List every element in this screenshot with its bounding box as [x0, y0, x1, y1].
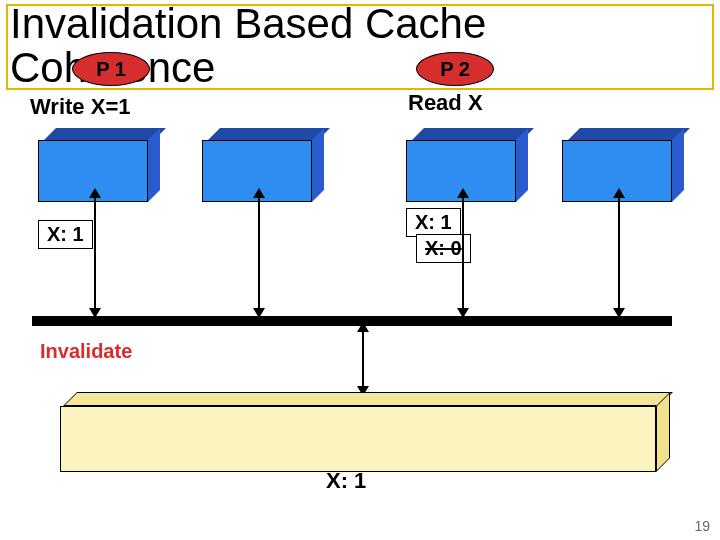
p1-cache-value: X: 1 [38, 220, 93, 249]
page-number: 19 [694, 518, 710, 534]
processor-p2-label: P 2 [440, 58, 470, 81]
main-memory [60, 392, 656, 458]
bus-connector-2 [258, 196, 260, 310]
system-bus [32, 316, 672, 326]
bus-connector-3 [462, 196, 464, 310]
bus-connector-1 [94, 196, 96, 310]
processor-p2-badge: P 2 [416, 52, 494, 86]
memory-value: X: 1 [326, 468, 366, 494]
invalidate-label: Invalidate [40, 340, 132, 363]
processor-p1-label: P 1 [96, 58, 126, 81]
memory-connector [362, 330, 364, 388]
cache-4 [562, 128, 672, 190]
cache-2 [202, 128, 312, 190]
cache-p1 [38, 128, 148, 190]
p1-action: Write X=1 [30, 94, 130, 120]
title-line-1: Invalidation Based Cache [10, 0, 486, 47]
p2-action: Read X [408, 90, 483, 116]
cache-p2 [406, 128, 516, 190]
p2-cache-value-new: X: 1 [406, 208, 461, 237]
bus-connector-4 [618, 196, 620, 310]
processor-p1-badge: P 1 [72, 52, 150, 86]
